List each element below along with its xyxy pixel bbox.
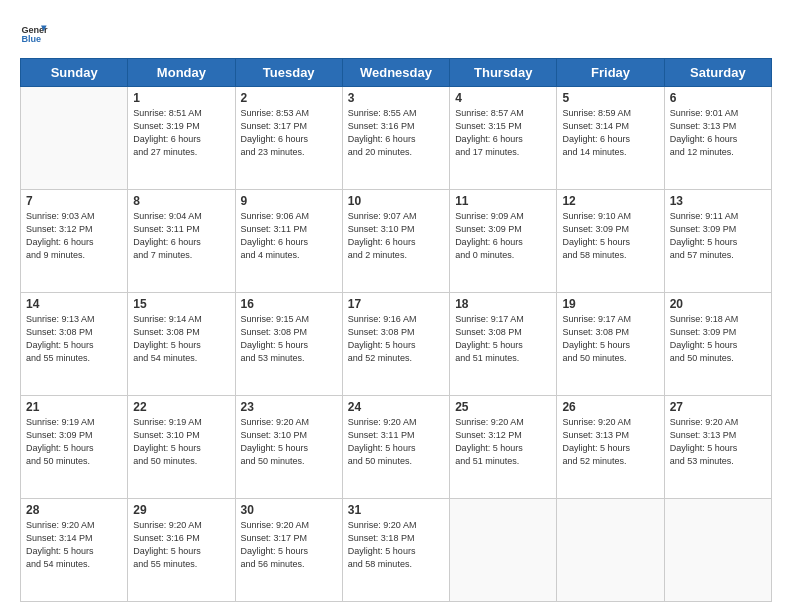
calendar-day-cell: 7Sunrise: 9:03 AM Sunset: 3:12 PM Daylig… [21, 190, 128, 293]
day-number: 22 [133, 400, 229, 414]
calendar-day-cell: 31Sunrise: 9:20 AM Sunset: 3:18 PM Dayli… [342, 499, 449, 602]
header: General Blue [20, 20, 772, 48]
calendar-day-cell: 18Sunrise: 9:17 AM Sunset: 3:08 PM Dayli… [450, 293, 557, 396]
day-info: Sunrise: 9:04 AM Sunset: 3:11 PM Dayligh… [133, 210, 229, 262]
day-number: 24 [348, 400, 444, 414]
calendar-week-row: 7Sunrise: 9:03 AM Sunset: 3:12 PM Daylig… [21, 190, 772, 293]
calendar-day-cell: 2Sunrise: 8:53 AM Sunset: 3:17 PM Daylig… [235, 87, 342, 190]
day-number: 18 [455, 297, 551, 311]
day-info: Sunrise: 8:57 AM Sunset: 3:15 PM Dayligh… [455, 107, 551, 159]
day-number: 14 [26, 297, 122, 311]
day-number: 17 [348, 297, 444, 311]
day-info: Sunrise: 9:03 AM Sunset: 3:12 PM Dayligh… [26, 210, 122, 262]
calendar-day-cell [664, 499, 771, 602]
day-info: Sunrise: 8:53 AM Sunset: 3:17 PM Dayligh… [241, 107, 337, 159]
calendar-week-row: 1Sunrise: 8:51 AM Sunset: 3:19 PM Daylig… [21, 87, 772, 190]
calendar-body: 1Sunrise: 8:51 AM Sunset: 3:19 PM Daylig… [21, 87, 772, 602]
calendar-day-cell: 24Sunrise: 9:20 AM Sunset: 3:11 PM Dayli… [342, 396, 449, 499]
day-info: Sunrise: 9:09 AM Sunset: 3:09 PM Dayligh… [455, 210, 551, 262]
day-number: 23 [241, 400, 337, 414]
day-info: Sunrise: 9:20 AM Sunset: 3:18 PM Dayligh… [348, 519, 444, 571]
weekday-header-row: SundayMondayTuesdayWednesdayThursdayFrid… [21, 59, 772, 87]
day-number: 7 [26, 194, 122, 208]
logo-icon: General Blue [20, 20, 48, 48]
calendar-day-cell [450, 499, 557, 602]
day-info: Sunrise: 9:19 AM Sunset: 3:09 PM Dayligh… [26, 416, 122, 468]
day-info: Sunrise: 9:20 AM Sunset: 3:10 PM Dayligh… [241, 416, 337, 468]
weekday-header-cell: Friday [557, 59, 664, 87]
day-info: Sunrise: 9:11 AM Sunset: 3:09 PM Dayligh… [670, 210, 766, 262]
day-info: Sunrise: 9:10 AM Sunset: 3:09 PM Dayligh… [562, 210, 658, 262]
calendar-day-cell: 5Sunrise: 8:59 AM Sunset: 3:14 PM Daylig… [557, 87, 664, 190]
day-info: Sunrise: 9:20 AM Sunset: 3:17 PM Dayligh… [241, 519, 337, 571]
calendar-week-row: 14Sunrise: 9:13 AM Sunset: 3:08 PM Dayli… [21, 293, 772, 396]
calendar-week-row: 28Sunrise: 9:20 AM Sunset: 3:14 PM Dayli… [21, 499, 772, 602]
page: General Blue SundayMondayTuesdayWednesda… [0, 0, 792, 612]
day-info: Sunrise: 9:15 AM Sunset: 3:08 PM Dayligh… [241, 313, 337, 365]
calendar-day-cell: 1Sunrise: 8:51 AM Sunset: 3:19 PM Daylig… [128, 87, 235, 190]
calendar-table: SundayMondayTuesdayWednesdayThursdayFrid… [20, 58, 772, 602]
day-info: Sunrise: 9:13 AM Sunset: 3:08 PM Dayligh… [26, 313, 122, 365]
calendar-day-cell: 6Sunrise: 9:01 AM Sunset: 3:13 PM Daylig… [664, 87, 771, 190]
calendar-day-cell: 17Sunrise: 9:16 AM Sunset: 3:08 PM Dayli… [342, 293, 449, 396]
calendar-day-cell: 21Sunrise: 9:19 AM Sunset: 3:09 PM Dayli… [21, 396, 128, 499]
day-number: 20 [670, 297, 766, 311]
day-number: 8 [133, 194, 229, 208]
day-info: Sunrise: 9:20 AM Sunset: 3:16 PM Dayligh… [133, 519, 229, 571]
calendar-week-row: 21Sunrise: 9:19 AM Sunset: 3:09 PM Dayli… [21, 396, 772, 499]
day-number: 3 [348, 91, 444, 105]
weekday-header-cell: Thursday [450, 59, 557, 87]
calendar-day-cell: 12Sunrise: 9:10 AM Sunset: 3:09 PM Dayli… [557, 190, 664, 293]
calendar-day-cell: 20Sunrise: 9:18 AM Sunset: 3:09 PM Dayli… [664, 293, 771, 396]
day-number: 30 [241, 503, 337, 517]
day-info: Sunrise: 8:59 AM Sunset: 3:14 PM Dayligh… [562, 107, 658, 159]
calendar-day-cell: 30Sunrise: 9:20 AM Sunset: 3:17 PM Dayli… [235, 499, 342, 602]
calendar-day-cell: 25Sunrise: 9:20 AM Sunset: 3:12 PM Dayli… [450, 396, 557, 499]
day-number: 15 [133, 297, 229, 311]
calendar-day-cell [21, 87, 128, 190]
logo: General Blue [20, 20, 48, 48]
calendar-day-cell: 19Sunrise: 9:17 AM Sunset: 3:08 PM Dayli… [557, 293, 664, 396]
day-number: 2 [241, 91, 337, 105]
calendar-day-cell: 11Sunrise: 9:09 AM Sunset: 3:09 PM Dayli… [450, 190, 557, 293]
calendar-day-cell: 28Sunrise: 9:20 AM Sunset: 3:14 PM Dayli… [21, 499, 128, 602]
svg-text:Blue: Blue [21, 34, 41, 44]
day-info: Sunrise: 9:20 AM Sunset: 3:11 PM Dayligh… [348, 416, 444, 468]
weekday-header-cell: Saturday [664, 59, 771, 87]
weekday-header-cell: Sunday [21, 59, 128, 87]
calendar-day-cell: 10Sunrise: 9:07 AM Sunset: 3:10 PM Dayli… [342, 190, 449, 293]
day-number: 12 [562, 194, 658, 208]
day-number: 11 [455, 194, 551, 208]
day-info: Sunrise: 9:20 AM Sunset: 3:13 PM Dayligh… [670, 416, 766, 468]
calendar-day-cell: 15Sunrise: 9:14 AM Sunset: 3:08 PM Dayli… [128, 293, 235, 396]
day-number: 5 [562, 91, 658, 105]
calendar-day-cell: 23Sunrise: 9:20 AM Sunset: 3:10 PM Dayli… [235, 396, 342, 499]
calendar-day-cell: 26Sunrise: 9:20 AM Sunset: 3:13 PM Dayli… [557, 396, 664, 499]
day-info: Sunrise: 9:20 AM Sunset: 3:13 PM Dayligh… [562, 416, 658, 468]
day-number: 27 [670, 400, 766, 414]
calendar-day-cell: 14Sunrise: 9:13 AM Sunset: 3:08 PM Dayli… [21, 293, 128, 396]
day-info: Sunrise: 9:17 AM Sunset: 3:08 PM Dayligh… [455, 313, 551, 365]
day-number: 19 [562, 297, 658, 311]
day-info: Sunrise: 8:55 AM Sunset: 3:16 PM Dayligh… [348, 107, 444, 159]
calendar-day-cell [557, 499, 664, 602]
day-number: 1 [133, 91, 229, 105]
day-number: 25 [455, 400, 551, 414]
calendar-day-cell: 9Sunrise: 9:06 AM Sunset: 3:11 PM Daylig… [235, 190, 342, 293]
day-info: Sunrise: 9:14 AM Sunset: 3:08 PM Dayligh… [133, 313, 229, 365]
calendar-day-cell: 13Sunrise: 9:11 AM Sunset: 3:09 PM Dayli… [664, 190, 771, 293]
day-number: 16 [241, 297, 337, 311]
day-info: Sunrise: 9:06 AM Sunset: 3:11 PM Dayligh… [241, 210, 337, 262]
day-number: 21 [26, 400, 122, 414]
day-number: 28 [26, 503, 122, 517]
day-info: Sunrise: 9:01 AM Sunset: 3:13 PM Dayligh… [670, 107, 766, 159]
day-number: 13 [670, 194, 766, 208]
calendar-day-cell: 16Sunrise: 9:15 AM Sunset: 3:08 PM Dayli… [235, 293, 342, 396]
weekday-header-cell: Monday [128, 59, 235, 87]
calendar-day-cell: 27Sunrise: 9:20 AM Sunset: 3:13 PM Dayli… [664, 396, 771, 499]
day-number: 10 [348, 194, 444, 208]
weekday-header-cell: Wednesday [342, 59, 449, 87]
day-number: 6 [670, 91, 766, 105]
day-number: 31 [348, 503, 444, 517]
day-info: Sunrise: 9:19 AM Sunset: 3:10 PM Dayligh… [133, 416, 229, 468]
